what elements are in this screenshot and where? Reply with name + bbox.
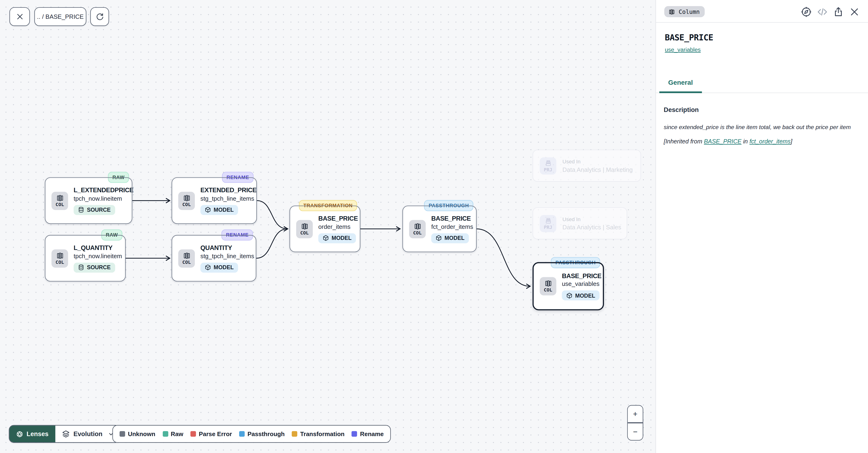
inherited-middle: in (741, 138, 749, 144)
code-icon (817, 6, 828, 17)
node-type-badge: TRANSFORMATION (299, 200, 357, 211)
model-link[interactable]: use_variables (665, 46, 701, 53)
cube-icon (322, 235, 329, 241)
kind-badge-label: MODEL (332, 235, 351, 241)
kind-badge-label: SOURCE (87, 207, 111, 213)
zoom-in-button[interactable]: + (628, 405, 643, 423)
node-model: tpch_now.lineitem (73, 195, 122, 202)
legend-item-passthrough: Passthrough (239, 430, 285, 437)
columns-icon (414, 223, 421, 230)
columns-icon (545, 280, 552, 287)
tab-general[interactable]: General (659, 79, 702, 93)
node-model: tpch_now.lineitem (73, 253, 122, 259)
kind-badge-model: MODEL (318, 233, 356, 243)
cube-icon (436, 235, 442, 241)
column-chip-label: COL (413, 230, 422, 235)
zoom-out-button[interactable]: − (628, 423, 643, 440)
kind-badge-label: SOURCE (87, 264, 111, 271)
node-title: BASE_PRICE (562, 272, 601, 280)
panel-tabs: General (656, 77, 868, 93)
close-lineage-button[interactable] (9, 7, 30, 26)
legend-item-unknown: Unknown (120, 430, 155, 437)
column-chip-label: COL (56, 260, 64, 264)
used-in-label: Used In (562, 159, 633, 165)
database-icon (78, 207, 84, 213)
column-chip: COL (296, 220, 313, 238)
node-type-badge: PASSTHROUGH (424, 200, 473, 211)
app-root: PRJ Used In Data Analytics | Marketing P… (0, 0, 868, 453)
details-panel-header: Column (656, 0, 868, 23)
column-chip-label: COL (300, 230, 309, 235)
inherited-column-link[interactable]: BASE_PRICE (704, 138, 741, 144)
close-icon (16, 13, 24, 21)
node-model: fct_order_items (431, 223, 473, 230)
description-text: since extended_price is the line item to… (664, 122, 858, 132)
column-chip: COL (540, 277, 556, 295)
explore-compass-button[interactable] (801, 6, 811, 17)
layers-icon (62, 430, 70, 438)
share-button[interactable] (833, 6, 844, 17)
aperture-icon (16, 430, 23, 437)
panel-title: BASE_PRICE (665, 33, 859, 43)
node-model: order_items (318, 223, 350, 230)
inherited-model-link[interactable]: fct_order_items (749, 138, 790, 144)
lens-selector-dropdown[interactable]: Evolution (55, 426, 120, 442)
used-in-name: Data Analytics | Marketing (562, 166, 633, 173)
node-title: EXTENDED_PRICE (200, 186, 256, 194)
column-chip: COL (52, 192, 68, 210)
tab-content-general: Description since extended_price is the … (656, 93, 868, 145)
legend-label: Transformation (300, 430, 344, 437)
compass-icon (801, 6, 811, 17)
legend-item-parse-error: Parse Error (190, 430, 232, 437)
database-icon (78, 264, 84, 271)
kind-badge-label: MODEL (444, 235, 464, 241)
cube-icon (205, 207, 211, 213)
project-chip-label: PRJ (544, 225, 552, 230)
refresh-button[interactable] (90, 7, 109, 26)
entity-type-badge: Column (664, 6, 705, 17)
edge-quantity-to-base-price (256, 229, 287, 258)
node-quantity[interactable]: RENAME COL QUANTITY stg_tpch_line_items (172, 235, 256, 281)
lenses-control: Lenses Evolution (9, 425, 121, 443)
legend-swatch (352, 431, 357, 437)
column-chip-label: COL (544, 288, 552, 292)
node-base-price-fct-order-items[interactable]: PASSTHROUGH COL BASE_PRICE fct_order_ite… (402, 206, 476, 252)
node-l-quantity[interactable]: RAW COL L_QUANTITY tpch_now.lineitem (45, 235, 126, 281)
edge-fct-order-items-to-use-variables (477, 229, 530, 286)
columns-icon (183, 252, 190, 259)
cube-icon (566, 293, 572, 299)
view-code-button[interactable] (817, 6, 828, 17)
kind-badge-label: MODEL (214, 264, 234, 271)
node-type-badge: RENAME (222, 229, 253, 240)
legend-swatch (120, 431, 125, 437)
ghost-node-used-in-sales[interactable]: PRJ Used In Data Analytics | Sales (532, 207, 627, 239)
kind-badge-model: MODEL (200, 263, 238, 273)
project-chip: PRJ (540, 157, 556, 174)
legend-item-transformation: Transformation (292, 430, 344, 437)
lenses-button-label: Lenses (27, 430, 49, 437)
used-in-label: Used In (562, 216, 621, 222)
kind-badge-model: MODEL (562, 290, 599, 301)
lenses-button[interactable]: Lenses (9, 426, 55, 442)
project-chip: PRJ (540, 215, 556, 232)
column-chip-label: COL (182, 260, 191, 264)
column-chip-label: COL (182, 202, 191, 207)
node-base-price-use-variables[interactable]: PASSTHROUGH COL BASE_PRICE use_variables (533, 263, 603, 310)
columns-icon (56, 194, 64, 202)
close-panel-button[interactable] (849, 6, 860, 17)
close-icon (849, 6, 860, 17)
node-type-badge: RENAME (222, 172, 253, 183)
share-icon (833, 6, 844, 17)
node-type-badge: PASSTHROUGH (551, 257, 600, 268)
legend-item-raw: Raw (162, 430, 183, 437)
legend-swatch (162, 431, 168, 437)
legend-item-rename: Rename (352, 430, 383, 437)
legend-swatch (239, 431, 245, 437)
node-l-extendedprice[interactable]: RAW COL L_EXTENDEDPRICE tpch_now.lineite… (45, 177, 132, 224)
breadcrumb[interactable]: .. / BASE_PRICE (34, 7, 86, 26)
node-extended-price[interactable]: RENAME COL EXTENDED_PRICE stg_tpch_line_… (172, 177, 257, 224)
used-in-name: Data Analytics | Sales (562, 224, 621, 230)
node-base-price-order-items[interactable]: TRANSFORMATION COL BASE_PRICE order_item… (289, 206, 361, 252)
lens-selected-label: Evolution (73, 430, 102, 437)
ghost-node-used-in-marketing[interactable]: PRJ Used In Data Analytics | Marketing (532, 149, 641, 182)
